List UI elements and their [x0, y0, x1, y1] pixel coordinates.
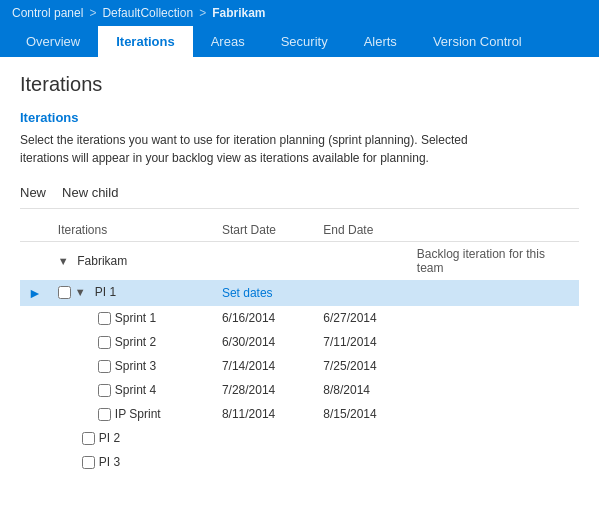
iter-name: Sprint 4 [115, 383, 156, 397]
iter-name: PI 2 [99, 431, 120, 445]
cell-arrow: ► [20, 280, 50, 306]
group-name: Fabrikam [77, 254, 127, 268]
iter-name: Sprint 3 [115, 359, 156, 373]
tab-security[interactable]: Security [263, 26, 346, 57]
page-title: Iterations [20, 73, 579, 96]
top-bar: Control panel > DefaultCollection > Fabr… [0, 0, 599, 26]
iter-name: PI 1 [95, 285, 116, 299]
cell-backlog-label: Backlog iteration for this team [409, 242, 579, 281]
cell-iter: PI 3 [50, 450, 214, 474]
nav-tabs: Overview Iterations Areas Security Alert… [0, 26, 599, 57]
backlog-label: Backlog iteration for this team [417, 247, 545, 275]
table-row: PI 3 [20, 450, 579, 474]
toolbar: New New child [20, 183, 579, 209]
row-checkbox[interactable] [82, 456, 95, 469]
row-checkbox[interactable] [98, 312, 111, 325]
cell-start [214, 426, 315, 450]
row-checkbox[interactable] [58, 286, 71, 299]
iter-name: PI 3 [99, 455, 120, 469]
cell-iter: IP Sprint [50, 402, 214, 426]
iterations-table: Iterations Start Date End Date ▼ Fabrika… [20, 219, 579, 474]
cell-end: 8/8/2014 [315, 378, 409, 402]
cell-group-label: ▼ Fabrikam [50, 242, 214, 281]
expand-icon: ▼ [58, 255, 70, 267]
project-name: Fabrikam [212, 6, 265, 20]
cell-start [214, 242, 315, 281]
table-row: Sprint 3 7/14/2014 7/25/2014 [20, 354, 579, 378]
cell-iter: PI 2 [50, 426, 214, 450]
cell-iter: Sprint 3 [50, 354, 214, 378]
sep1: > [89, 6, 96, 20]
cell-backlog [409, 306, 579, 330]
cell-start [214, 450, 315, 474]
table-row: Sprint 1 6/16/2014 6/27/2014 [20, 306, 579, 330]
col-backlog-header [409, 219, 579, 242]
row-checkbox[interactable] [98, 360, 111, 373]
iter-name: Sprint 1 [115, 311, 156, 325]
table-row: Sprint 2 6/30/2014 7/11/2014 [20, 330, 579, 354]
cell-check [20, 242, 50, 281]
cell-iter-label[interactable]: ▼ PI 1 [50, 280, 214, 304]
cell-start: 6/30/2014 [214, 330, 315, 354]
cell-start: 7/28/2014 [214, 378, 315, 402]
cell-set-dates[interactable]: Set dates [214, 280, 315, 306]
tab-alerts[interactable]: Alerts [346, 26, 415, 57]
cell-end: 8/15/2014 [315, 402, 409, 426]
description: Select the iterations you want to use fo… [20, 131, 579, 167]
expand-icon: ▼ [75, 286, 87, 298]
cell-end: 6/27/2014 [315, 306, 409, 330]
table-row: ► ▼ PI 1 Set dates [20, 280, 579, 306]
new-child-button[interactable]: New child [62, 183, 118, 202]
cell-iter: Sprint 1 [50, 306, 214, 330]
cell-end [315, 280, 409, 306]
cell-iter: Sprint 4 [50, 378, 214, 402]
cell-start: 7/14/2014 [214, 354, 315, 378]
row-checkbox[interactable] [98, 336, 111, 349]
cell-check-empty [20, 330, 50, 354]
row-checkbox[interactable] [82, 432, 95, 445]
cell-backlog [409, 280, 579, 306]
cell-end: 7/11/2014 [315, 330, 409, 354]
cell-backlog [409, 402, 579, 426]
table-row: ▼ Fabrikam Backlog iteration for this te… [20, 242, 579, 281]
cell-end [315, 450, 409, 474]
row-checkbox[interactable] [98, 408, 111, 421]
cell-end: 7/25/2014 [315, 354, 409, 378]
cell-backlog [409, 450, 579, 474]
section-heading: Iterations [20, 110, 579, 125]
sep2: > [199, 6, 206, 20]
cell-end [315, 242, 409, 281]
set-dates-link[interactable]: Set dates [222, 286, 273, 300]
tab-version-control[interactable]: Version Control [415, 26, 540, 57]
col-iterations-header: Iterations [50, 219, 214, 242]
new-button[interactable]: New [20, 183, 46, 202]
cell-check-empty [20, 402, 50, 426]
cell-check-empty [20, 378, 50, 402]
col-end-header: End Date [315, 219, 409, 242]
table-header-row: Iterations Start Date End Date [20, 219, 579, 242]
control-panel-link[interactable]: Control panel [12, 6, 83, 20]
cell-backlog [409, 354, 579, 378]
cell-check-empty [20, 306, 50, 330]
table-row: IP Sprint 8/11/2014 8/15/2014 [20, 402, 579, 426]
cell-start: 8/11/2014 [214, 402, 315, 426]
cell-check-empty [20, 450, 50, 474]
cell-backlog [409, 330, 579, 354]
tab-overview[interactable]: Overview [8, 26, 98, 57]
cell-check-empty [20, 354, 50, 378]
tab-iterations[interactable]: Iterations [98, 26, 193, 57]
iter-name: IP Sprint [115, 407, 161, 421]
cell-backlog [409, 426, 579, 450]
tab-areas[interactable]: Areas [193, 26, 263, 57]
cell-start: 6/16/2014 [214, 306, 315, 330]
cell-check-empty [20, 426, 50, 450]
cell-end [315, 426, 409, 450]
row-checkbox[interactable] [98, 384, 111, 397]
cell-backlog [409, 378, 579, 402]
collection-link[interactable]: DefaultCollection [102, 6, 193, 20]
col-check-header [20, 219, 50, 242]
iter-name: Sprint 2 [115, 335, 156, 349]
cell-iter: Sprint 2 [50, 330, 214, 354]
table-row: PI 2 [20, 426, 579, 450]
table-row: Sprint 4 7/28/2014 8/8/2014 [20, 378, 579, 402]
